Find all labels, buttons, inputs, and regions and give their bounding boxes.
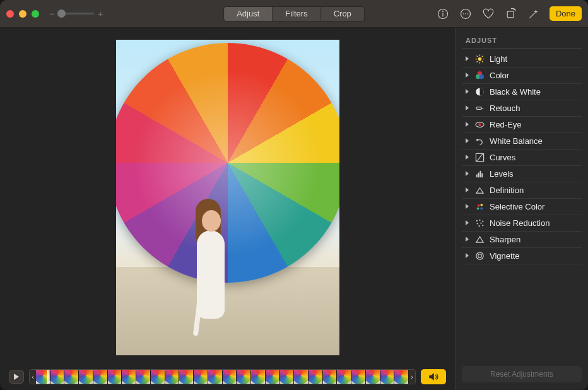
done-button[interactable]: Done xyxy=(550,6,582,21)
disclosure-caret-icon xyxy=(464,153,469,162)
fullscreen-window-button[interactable] xyxy=(32,10,39,18)
adjust-item-color[interactable]: Color xyxy=(462,68,582,84)
timeline-thumb[interactable] xyxy=(251,370,266,384)
noise-reduction-icon xyxy=(474,218,485,228)
video-timeline[interactable]: ‹ › xyxy=(29,369,416,384)
svg-point-5 xyxy=(465,13,466,15)
photos-edit-window: − + Adjust Filters Crop xyxy=(0,0,588,390)
timeline-thumb[interactable] xyxy=(179,370,194,384)
svg-point-44 xyxy=(480,207,483,210)
play-button[interactable] xyxy=(9,370,24,384)
timeline-thumb[interactable] xyxy=(79,370,93,384)
timeline-thumb[interactable] xyxy=(366,370,380,384)
svg-marker-25 xyxy=(466,105,469,110)
favorite-icon[interactable] xyxy=(481,7,495,21)
trim-handle-right[interactable]: › xyxy=(409,370,415,384)
timeline-thumb[interactable] xyxy=(351,370,366,384)
timeline-thumb[interactable] xyxy=(165,370,180,384)
timeline-thumb[interactable] xyxy=(136,370,151,384)
svg-marker-32 xyxy=(466,155,469,160)
curves-icon xyxy=(474,153,485,163)
adjust-item-label: Sharpen xyxy=(490,235,520,244)
info-icon[interactable] xyxy=(436,7,450,21)
preview-canvas[interactable] xyxy=(0,28,455,367)
close-window-button[interactable] xyxy=(6,10,14,18)
reset-adjustments-button[interactable]: Reset Adjustments xyxy=(462,366,582,382)
svg-rect-38 xyxy=(481,174,483,178)
timeline-thumb[interactable] xyxy=(194,370,208,384)
volume-button[interactable] xyxy=(421,369,446,384)
timeline-thumb[interactable] xyxy=(266,370,280,384)
tab-filters[interactable]: Filters xyxy=(273,7,320,21)
tab-crop[interactable]: Crop xyxy=(321,7,364,21)
timeline-thumb[interactable] xyxy=(64,370,79,384)
playhead[interactable] xyxy=(47,369,49,384)
adjust-item-black-white[interactable]: Black & White xyxy=(462,84,582,100)
timeline-thumb[interactable] xyxy=(50,370,65,384)
adjust-item-white-balance[interactable]: White Balance xyxy=(462,133,582,150)
svg-point-4 xyxy=(463,13,464,15)
timeline-row: ‹ › xyxy=(0,367,455,390)
disclosure-caret-icon xyxy=(464,103,469,113)
timeline-thumb[interactable] xyxy=(337,370,351,384)
tab-adjust[interactable]: Adjust xyxy=(224,7,273,21)
zoom-track[interactable] xyxy=(59,13,94,15)
adjust-item-noise-reduction[interactable]: Noise Reduction xyxy=(462,215,582,232)
timeline-thumb[interactable] xyxy=(151,370,165,384)
svg-point-56 xyxy=(478,254,481,258)
svg-point-47 xyxy=(479,220,480,221)
adjust-item-label: Color xyxy=(490,71,509,80)
timeline-thumb[interactable] xyxy=(93,370,108,384)
adjust-item-label: Retouch xyxy=(490,103,520,113)
svg-point-46 xyxy=(476,220,477,222)
disclosure-caret-icon xyxy=(464,136,469,146)
svg-marker-19 xyxy=(466,73,469,78)
timeline-thumb[interactable] xyxy=(223,370,237,384)
trim-handle-left[interactable]: ‹ xyxy=(30,370,36,384)
main-pane: ‹ › xyxy=(0,28,455,390)
rotate-icon[interactable] xyxy=(504,7,518,21)
adjust-item-definition[interactable]: Definition xyxy=(462,182,582,199)
toolbar-right: Done xyxy=(436,6,582,21)
adjust-item-light[interactable]: Light xyxy=(462,51,582,68)
timeline-thumb[interactable] xyxy=(279,370,294,384)
timeline-thumb[interactable] xyxy=(237,370,251,384)
zoom-slider[interactable]: − + xyxy=(49,8,103,19)
adjust-item-curves[interactable]: Curves xyxy=(462,150,582,166)
svg-marker-40 xyxy=(466,204,469,209)
timeline-thumb[interactable] xyxy=(309,370,323,384)
timeline-thumb[interactable] xyxy=(323,370,338,384)
adjust-item-label: Selective Color xyxy=(490,202,544,211)
svg-marker-30 xyxy=(466,138,469,143)
adjust-item-vignette[interactable]: Vignette xyxy=(462,248,582,264)
auto-enhance-icon[interactable] xyxy=(527,7,541,21)
svg-rect-7 xyxy=(507,11,514,17)
svg-line-18 xyxy=(481,56,483,57)
adjust-item-sharpen[interactable]: Sharpen xyxy=(462,232,582,248)
adjust-item-red-eye[interactable]: Red-Eye xyxy=(462,117,582,133)
adjust-item-levels[interactable]: Levels xyxy=(462,166,582,182)
timeline-thumb[interactable] xyxy=(122,370,136,384)
svg-marker-39 xyxy=(466,187,469,192)
timeline-thumb[interactable] xyxy=(108,370,122,384)
definition-icon xyxy=(474,186,485,196)
adjust-item-selective-color[interactable]: Selective Color xyxy=(462,199,582,215)
svg-point-22 xyxy=(479,74,484,80)
svg-point-43 xyxy=(476,207,479,210)
svg-rect-26 xyxy=(476,107,481,110)
disclosure-caret-icon xyxy=(464,169,469,179)
minimize-window-button[interactable] xyxy=(19,10,26,18)
svg-line-16 xyxy=(481,61,483,62)
svg-point-51 xyxy=(478,225,479,227)
more-icon[interactable] xyxy=(459,7,473,21)
timeline-thumb[interactable] xyxy=(394,370,409,384)
svg-line-17 xyxy=(476,61,478,62)
adjust-item-retouch[interactable]: Retouch xyxy=(462,100,582,117)
svg-point-6 xyxy=(467,13,468,15)
timeline-thumb[interactable] xyxy=(380,370,395,384)
zoom-knob[interactable] xyxy=(57,9,66,18)
selective-color-icon xyxy=(474,202,485,212)
disclosure-caret-icon xyxy=(464,251,469,261)
timeline-thumb[interactable] xyxy=(208,370,223,384)
timeline-thumb[interactable] xyxy=(294,370,309,384)
